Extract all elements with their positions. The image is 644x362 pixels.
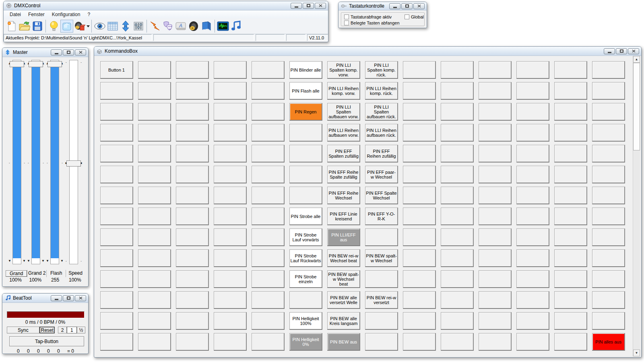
kommando-button-empty[interactable] (100, 228, 133, 246)
kommando-button-empty[interactable] (252, 103, 285, 121)
kommando-button-empty[interactable] (100, 291, 133, 309)
kommando-button-empty[interactable] (554, 228, 587, 246)
kommando-button-empty[interactable] (554, 82, 587, 100)
kommando-button-empty[interactable] (176, 61, 209, 79)
kommando-button-empty[interactable] (214, 166, 247, 183)
kommando-button-empty[interactable] (479, 145, 512, 162)
kommando-button-empty[interactable] (479, 82, 512, 100)
kommando-button-empty[interactable] (365, 270, 398, 288)
kommando-button-empty[interactable] (100, 187, 133, 204)
kommando-button-empty[interactable] (441, 124, 474, 142)
kommando-button-empty[interactable] (100, 103, 133, 121)
faders-icon[interactable] (132, 20, 145, 33)
kommando-button-empty[interactable] (252, 333, 285, 351)
checkbox-global[interactable]: Global (405, 14, 424, 19)
kommando-button-empty[interactable] (138, 249, 171, 267)
kommando-button-empty[interactable] (554, 187, 587, 204)
kommando-button-empty[interactable] (138, 145, 171, 162)
flash-slider-handle[interactable] (47, 61, 62, 67)
kommando-button-empty[interactable] (441, 103, 474, 121)
kommando-button-empty[interactable] (252, 249, 285, 267)
kommando-button[interactable]: PIN LLI Spalten komp. rück. (365, 61, 398, 79)
kommando-button-empty[interactable] (176, 312, 209, 330)
kommando-button-empty[interactable] (479, 228, 512, 246)
kommando-button[interactable]: PIN EFF Spalte Wechsel (365, 187, 398, 204)
kommando-button-empty[interactable] (441, 187, 474, 204)
kommando-button-empty[interactable] (554, 291, 587, 309)
kommando-button-empty[interactable] (214, 103, 247, 121)
kommando-button-empty[interactable] (138, 208, 171, 225)
kommando-button-empty[interactable] (479, 187, 512, 204)
kommando-button[interactable]: PIN Strobe Lauf vorwärts (289, 228, 322, 246)
kommando-button-empty[interactable] (516, 312, 549, 330)
kommando-button-empty[interactable] (479, 166, 512, 183)
kommando-button-empty[interactable] (516, 270, 549, 288)
kommando-button-empty[interactable] (138, 228, 171, 246)
kommando-button-empty[interactable] (403, 103, 436, 121)
kommando-button-empty[interactable] (441, 270, 474, 288)
kommando-button-empty[interactable] (176, 291, 209, 309)
kommando-button-empty[interactable] (403, 166, 436, 183)
kommando-button-empty[interactable] (252, 270, 285, 288)
kommando-button-empty[interactable] (138, 124, 171, 142)
kommando-button-empty[interactable] (176, 82, 209, 100)
kommando-button[interactable]: PIN BEW rei-w Wechsel beat (327, 249, 360, 267)
kommando-button-empty[interactable] (252, 228, 285, 246)
kommando-button-empty[interactable] (592, 124, 625, 142)
reset-button[interactable]: Reset (39, 327, 55, 333)
kommando-button-empty[interactable] (252, 124, 285, 142)
kommando-button-empty[interactable] (441, 208, 474, 225)
kommando-button-empty[interactable] (554, 166, 587, 183)
keyboard-key-icon[interactable]: A (174, 20, 187, 33)
kommando-button-empty[interactable] (403, 312, 436, 330)
kommando-button-empty[interactable] (289, 166, 322, 183)
kommando-button-empty[interactable] (176, 103, 209, 121)
updown-values-icon[interactable] (119, 20, 132, 33)
kommando-button[interactable]: PIN LLI Spalten komp. vorw. (327, 61, 360, 79)
kommando-button[interactable]: PIN Strobe alle (289, 208, 322, 225)
kommando-button[interactable]: PIN Regen (289, 103, 322, 121)
kommando-button-empty[interactable] (176, 333, 209, 351)
kommando-button[interactable]: PIN BEW spalt-w Wechsel beat (327, 270, 360, 288)
vertical-scrollbar[interactable]: ▲ ▼ (633, 56, 640, 356)
minimize-button[interactable] (51, 49, 62, 56)
kommando-button-empty[interactable] (214, 270, 247, 288)
kommando-button-empty[interactable] (516, 208, 549, 225)
kommando-button-empty[interactable] (176, 187, 209, 204)
kommando-button-empty[interactable] (138, 187, 171, 204)
half-tempo-button[interactable]: ½ (77, 327, 85, 333)
kommando-button[interactable]: PIN LLI Reihen komp. vorw. (327, 82, 360, 100)
kommando-button-empty[interactable] (516, 166, 549, 183)
kommando-button-empty[interactable] (554, 208, 587, 225)
maximize-button[interactable] (616, 48, 627, 54)
kommando-button-empty[interactable] (441, 166, 474, 183)
grand2-slider[interactable]: ▲▲ -- ▼▼ (27, 60, 45, 264)
kommando-button-empty[interactable] (403, 333, 436, 351)
kommando-button-empty[interactable] (403, 61, 436, 79)
kommando-button[interactable]: PIN BEW alle versetzt Welle (327, 291, 360, 309)
kommando-button-empty[interactable] (592, 187, 625, 204)
kommando-button-empty[interactable] (252, 145, 285, 162)
checkbox-box[interactable] (344, 21, 349, 25)
kommando-button-empty[interactable] (403, 208, 436, 225)
grand-button[interactable]: Grand (6, 270, 27, 277)
kommando-button[interactable]: PIN EFF Y-O-R-K (365, 208, 398, 225)
maximize-button[interactable] (63, 49, 74, 56)
kommando-button-empty[interactable] (252, 187, 285, 204)
kommando-button[interactable]: PIN Helligkeit 0% (289, 333, 322, 351)
kommando-button-empty[interactable] (592, 103, 625, 121)
new-project-icon[interactable] (5, 20, 18, 33)
kommando-button-empty[interactable] (441, 228, 474, 246)
kommando-button[interactable]: PIN alles aus (592, 333, 625, 351)
kommando-button-empty[interactable] (403, 228, 436, 246)
kommando-button-empty[interactable] (289, 291, 322, 309)
kommando-button[interactable]: PIN Strobe einzeln (289, 270, 322, 288)
kommando-button-empty[interactable] (592, 249, 625, 267)
kommando-button-empty[interactable] (138, 312, 171, 330)
kommando-button-empty[interactable] (592, 166, 625, 183)
audio-scene-dropdown-icon[interactable] (87, 25, 90, 27)
kommando-button-empty[interactable] (138, 291, 171, 309)
kommando-button-empty[interactable] (100, 145, 133, 162)
close-button[interactable] (413, 3, 425, 9)
kommando-button-empty[interactable] (554, 61, 587, 79)
